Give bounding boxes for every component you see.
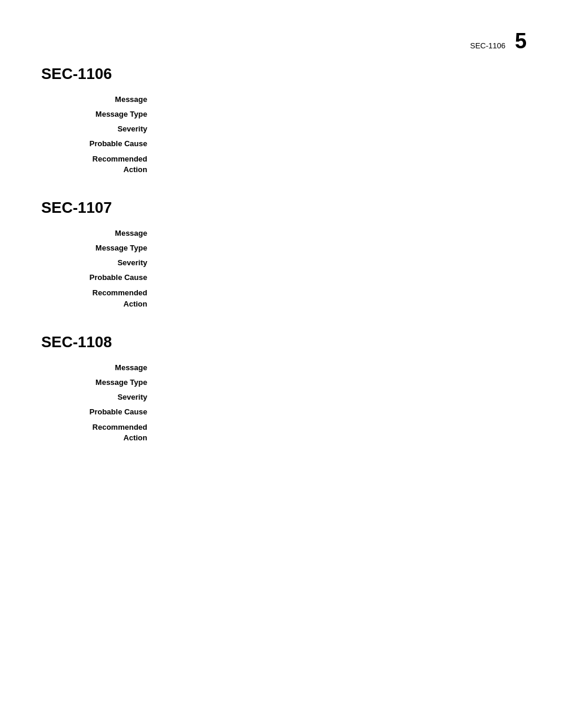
- field-value-sec-1107-3: [159, 273, 515, 282]
- field-label-sec-1108-2: Severity: [41, 393, 159, 401]
- field-value-sec-1106-1: [159, 110, 515, 118]
- field-row-sec-1107-4: RecommendedAction: [41, 288, 515, 309]
- main-content: SEC-1106MessageMessage TypeSeverityProba…: [0, 0, 562, 443]
- field-label-sec-1107-0: Message: [41, 229, 159, 238]
- section-title-sec-1107: SEC-1107: [41, 199, 515, 217]
- field-row-sec-1108-0: Message: [41, 363, 515, 372]
- field-value-sec-1108-0: [159, 363, 515, 372]
- page-number: 5: [515, 31, 527, 52]
- field-row-sec-1106-1: Message Type: [41, 110, 515, 118]
- field-row-sec-1108-1: Message Type: [41, 378, 515, 387]
- field-label-sec-1107-1: Message Type: [41, 243, 159, 252]
- page-header-label: SEC-1106: [470, 41, 505, 50]
- section-sec-1107: SEC-1107MessageMessage TypeSeverityProba…: [41, 199, 515, 309]
- field-row-sec-1106-3: Probable Cause: [41, 139, 515, 148]
- field-row-sec-1108-2: Severity: [41, 393, 515, 401]
- field-value-sec-1106-0: [159, 95, 515, 104]
- field-row-sec-1108-4: RecommendedAction: [41, 422, 515, 443]
- field-row-sec-1107-2: Severity: [41, 258, 515, 267]
- field-label-sec-1106-1: Message Type: [41, 110, 159, 118]
- field-value-sec-1108-2: [159, 393, 515, 401]
- field-row-sec-1107-0: Message: [41, 229, 515, 238]
- section-title-sec-1108: SEC-1108: [41, 333, 515, 351]
- section-sec-1108: SEC-1108MessageMessage TypeSeverityProba…: [41, 333, 515, 443]
- field-value-sec-1106-4: [159, 154, 515, 175]
- field-label-sec-1108-3: Probable Cause: [41, 407, 159, 416]
- field-value-sec-1107-2: [159, 258, 515, 267]
- field-value-sec-1106-3: [159, 139, 515, 148]
- section-sec-1106: SEC-1106MessageMessage TypeSeverityProba…: [41, 65, 515, 175]
- field-label-sec-1108-1: Message Type: [41, 378, 159, 387]
- field-label-sec-1106-2: Severity: [41, 124, 159, 133]
- field-row-sec-1107-1: Message Type: [41, 243, 515, 252]
- field-label-sec-1107-2: Severity: [41, 258, 159, 267]
- field-row-sec-1108-3: Probable Cause: [41, 407, 515, 416]
- page-header: SEC-1106 5: [470, 31, 527, 52]
- section-title-sec-1106: SEC-1106: [41, 65, 515, 83]
- field-row-sec-1107-3: Probable Cause: [41, 273, 515, 282]
- field-value-sec-1107-0: [159, 229, 515, 238]
- field-label-sec-1107-4: RecommendedAction: [41, 288, 159, 309]
- field-value-sec-1108-4: [159, 422, 515, 443]
- field-value-sec-1107-4: [159, 288, 515, 309]
- field-label-sec-1106-0: Message: [41, 95, 159, 104]
- field-label-sec-1108-4: RecommendedAction: [41, 422, 159, 443]
- field-value-sec-1108-3: [159, 407, 515, 416]
- field-row-sec-1106-0: Message: [41, 95, 515, 104]
- field-row-sec-1106-2: Severity: [41, 124, 515, 133]
- field-value-sec-1108-1: [159, 378, 515, 387]
- field-row-sec-1106-4: RecommendedAction: [41, 154, 515, 175]
- field-label-sec-1107-3: Probable Cause: [41, 273, 159, 282]
- field-value-sec-1106-2: [159, 124, 515, 133]
- field-label-sec-1108-0: Message: [41, 363, 159, 372]
- field-value-sec-1107-1: [159, 243, 515, 252]
- field-label-sec-1106-4: RecommendedAction: [41, 154, 159, 175]
- field-label-sec-1106-3: Probable Cause: [41, 139, 159, 148]
